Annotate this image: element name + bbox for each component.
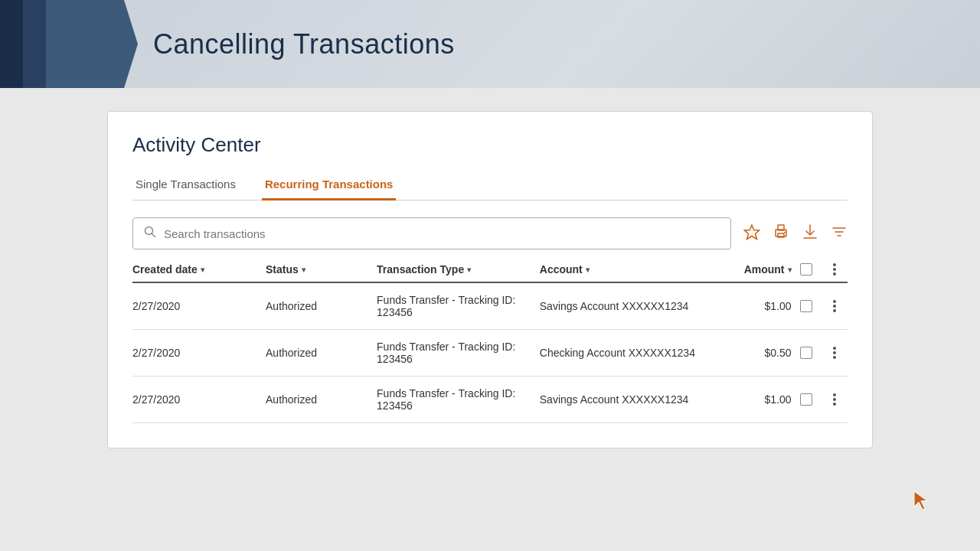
- row-1-menu-dots[interactable]: [833, 347, 836, 359]
- col-header-menu: [821, 263, 848, 276]
- search-icon: [144, 226, 156, 241]
- table-header: Created date ▾ Status ▾ Transaction Type…: [132, 263, 848, 283]
- col-header-amount[interactable]: Amount ▾: [717, 263, 792, 276]
- col-header-status[interactable]: Status ▾: [266, 263, 377, 276]
- row-2-menu-dots[interactable]: [833, 393, 836, 406]
- tab-recurring-transactions[interactable]: Recurring Transactions: [262, 171, 397, 201]
- row-1-account: Checking Account XXXXXX1234: [540, 347, 717, 359]
- tab-single-transactions[interactable]: Single Transactions: [132, 171, 239, 201]
- filter-icon[interactable]: [831, 223, 848, 244]
- row-2-account: Savings Account XXXXXX1234: [540, 393, 717, 406]
- search-tools-row: [132, 217, 848, 249]
- search-input[interactable]: [164, 227, 720, 240]
- table-row: 2/27/2020 Authorized Funds Transfer - Tr…: [132, 330, 848, 377]
- row-1-date: 2/27/2020: [132, 347, 266, 359]
- col-header-checkbox: [792, 263, 822, 276]
- row-1-checkbox[interactable]: [800, 347, 812, 359]
- row-0-status: Authorized: [266, 300, 377, 312]
- page-header: Cancelling Transactions: [0, 0, 980, 88]
- print-icon[interactable]: [773, 223, 789, 244]
- svg-line-1: [152, 234, 155, 237]
- row-1-type: Funds Transfer - Tracking ID: 123456: [377, 341, 540, 365]
- row-2-checkbox[interactable]: [800, 393, 812, 406]
- row-0-menu-dots[interactable]: [833, 300, 836, 312]
- tool-icons: [743, 223, 848, 244]
- status-sort-arrow: ▾: [302, 266, 305, 274]
- row-0-checkbox-cell: [792, 300, 822, 312]
- row-1-checkbox-cell: [792, 347, 822, 359]
- row-0-menu-cell: [821, 300, 848, 312]
- tabs-container: Single Transactions Recurring Transactio…: [132, 171, 848, 201]
- col-header-account[interactable]: Account ▾: [540, 263, 717, 276]
- page-title: Cancelling Transactions: [153, 28, 455, 60]
- row-2-date: 2/27/2020: [132, 393, 266, 406]
- header-menu-dots[interactable]: [833, 263, 836, 276]
- select-all-checkbox[interactable]: [800, 263, 812, 276]
- main-content: Activity Center Single Transactions Recu…: [0, 88, 980, 551]
- card-title: Activity Center: [132, 133, 848, 157]
- svg-point-6: [784, 231, 786, 233]
- type-sort-arrow: ▾: [467, 266, 471, 274]
- row-1-amount: $0.50: [717, 347, 792, 359]
- account-sort-arrow: ▾: [586, 266, 590, 274]
- row-0-amount: $1.00: [717, 300, 792, 312]
- row-2-menu-cell: [821, 393, 848, 406]
- row-0-checkbox[interactable]: [800, 300, 812, 312]
- svg-marker-2: [745, 225, 760, 240]
- star-icon[interactable]: [743, 223, 760, 244]
- row-2-type: Funds Transfer - Tracking ID: 123456: [377, 387, 540, 412]
- col-header-type[interactable]: Transaction Type ▾: [377, 263, 540, 276]
- header-arrows: [0, 0, 122, 88]
- table-row: 2/27/2020 Authorized Funds Transfer - Tr…: [132, 377, 848, 423]
- search-box[interactable]: [132, 217, 731, 249]
- col-header-date[interactable]: Created date ▾: [132, 263, 266, 276]
- arrow-light: [46, 0, 138, 88]
- row-0-type: Funds Transfer - Tracking ID: 123456: [377, 294, 540, 318]
- row-0-date: 2/27/2020: [132, 300, 266, 312]
- row-1-status: Authorized: [266, 347, 377, 359]
- table-row: 2/27/2020 Authorized Funds Transfer - Tr…: [132, 283, 848, 330]
- row-2-amount: $1.00: [717, 393, 792, 406]
- svg-rect-5: [778, 233, 784, 237]
- activity-center-card: Activity Center Single Transactions Recu…: [107, 111, 873, 448]
- row-1-menu-cell: [821, 347, 848, 359]
- row-2-checkbox-cell: [792, 393, 822, 406]
- transactions-table: Created date ▾ Status ▾ Transaction Type…: [132, 263, 848, 423]
- download-icon[interactable]: [802, 223, 818, 244]
- row-2-status: Authorized: [266, 393, 377, 406]
- date-sort-arrow: ▾: [201, 266, 204, 274]
- row-0-account: Savings Account XXXXXX1234: [540, 300, 717, 312]
